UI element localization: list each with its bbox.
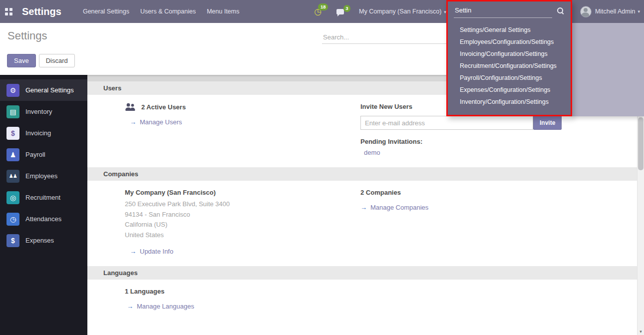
invite-email-input[interactable] [360,116,533,130]
sidebar-item-general-settings[interactable]: ⚙ General Settings [0,79,87,101]
apps-grid-square [5,12,8,15]
invite-button[interactable]: Invite [533,115,562,130]
company-address: 250 Executive Park Blvd, Suite 3400 9413… [125,199,360,240]
manage-users-link[interactable]: → Manage Users [125,118,182,126]
apps-grid-square [9,12,12,15]
activity-menu-button[interactable]: ◷ 18 [314,7,322,16]
pending-invitations-label: Pending Invitations: [360,138,618,145]
page-title: Settings [7,29,47,42]
languages-count: 1 Languages [125,288,360,295]
search-result-item[interactable]: Payroll/Configuration/Settings [448,72,571,84]
sidebar-item-attendances[interactable]: ◷ Attendances [0,208,87,230]
sidebar-item-label: Invoicing [25,129,51,137]
search-result-item[interactable]: Expenses/Configuration/Settings [448,84,571,96]
nav-item-menu-items[interactable]: Menu Items [201,5,245,18]
sidebar-item-invoicing[interactable]: $ Invoicing [0,122,87,144]
scrollbar-thumb[interactable] [638,117,644,170]
open-dropdown-panel [572,23,644,116]
apps-grid-square [5,8,8,11]
messages-menu-button[interactable]: 3 [336,9,344,14]
inventory-box-icon: ▤ [6,105,19,118]
sidebar-item-inventory[interactable]: ▤ Inventory [0,101,87,122]
nav-item-users-companies[interactable]: Users & Companies [135,5,201,18]
gear-icon: ⚙ [6,84,19,97]
sidebar-item-expenses[interactable]: $ Expenses [0,230,87,251]
sidebar-item-employees[interactable]: ♟♟ Employees [0,165,87,187]
arrow-right-icon: → [130,248,136,255]
sidebar-item-label: Recruitment [25,194,60,201]
company-name: My Company (San Francisco) [125,189,360,196]
arrow-right-icon: → [360,204,367,211]
active-users-block: 2 Active Users → Manage Users [125,103,360,156]
search-result-item[interactable]: Recruitment/Configuration/Settings [448,60,571,72]
manage-languages-link[interactable]: → Manage Languages [125,303,194,310]
search-icon [557,7,563,13]
settings-sidebar: ⚙ General Settings ▤ Inventory $ Invoici… [0,75,87,335]
navbar-menu: General Settings Users & Companies Menu … [77,5,245,18]
update-info-link[interactable]: → Update Info [125,248,173,255]
chevron-down-icon: ▾ [638,9,640,14]
pending-user-demo-link[interactable]: demo [360,149,380,156]
user-menu[interactable]: Mitchell Admin▾ [580,6,640,17]
app-title[interactable]: Settings [22,6,61,17]
users-group-icon [125,103,136,111]
invoice-dollar-icon: $ [6,127,19,140]
address-line: 250 Executive Park Blvd, Suite 3400 [125,199,360,210]
menu-search-input[interactable] [454,5,552,18]
sidebar-item-label: Inventory [25,108,52,115]
sidebar-item-label: Payroll [25,151,45,158]
payroll-person-icon: ♟ [6,148,19,161]
menu-search-dropdown: Settings/General Settings Employees/Conf… [446,0,572,116]
companies-section-title: Companies [87,167,638,181]
update-info-label: Update Info [140,248,173,255]
company-switcher-label: My Company (San Francisco) [359,8,441,15]
chat-bubble-icon [336,9,344,14]
user-name-label: Mitchell Admin [595,8,636,15]
employees-group-icon: ♟♟ [6,170,19,183]
manage-companies-label: Manage Companies [370,204,428,211]
arrow-right-icon: → [127,303,133,310]
sidebar-item-recruitment[interactable]: ◎ Recruitment [0,187,87,208]
manage-users-label: Manage Users [140,118,182,126]
search-result-item[interactable]: Inventory/Configuration/Settings [448,96,571,108]
manage-companies-link[interactable]: → Manage Companies [360,204,428,211]
odoo-settings-screen: Settings General Settings Users & Compan… [0,0,644,335]
message-count-badge: 3 [343,5,350,12]
address-line: 94134 - San Francisco [125,210,360,220]
sidebar-item-label: Attendances [25,215,61,223]
menu-search-row [448,1,571,18]
discard-button[interactable]: Discard [39,54,75,67]
search-result-item[interactable]: Settings/General Settings [448,24,571,36]
scrollbar-down-arrow-icon[interactable]: ▾ [638,328,644,335]
nav-item-general-settings[interactable]: General Settings [77,5,135,18]
attendance-clock-icon: ◷ [6,213,19,226]
sidebar-item-payroll[interactable]: ♟ Payroll [0,144,87,165]
search-result-item[interactable]: Employees/Configuration/Settings [448,36,571,48]
arrow-right-icon: → [130,118,136,126]
languages-section: Languages 1 Languages → Manage Languages [87,266,638,321]
search-result-item[interactable]: Invoicing/Configuration/Settings [448,48,571,60]
sidebar-item-label: Expenses [25,237,54,244]
companies-count: 2 Companies [360,189,618,196]
companies-count-block: 2 Companies → Manage Companies [360,189,618,255]
sidebar-item-label: General Settings [25,86,74,94]
companies-section: Companies My Company (San Francisco) 250… [87,167,638,266]
expense-dollar-icon: $ [6,234,19,247]
sidebar-item-label: Employees [25,172,57,180]
control-panel-buttons: Save Discard [7,54,75,67]
save-button[interactable]: Save [7,54,36,67]
apps-menu-icon[interactable] [5,8,12,15]
menu-search-results: Settings/General Settings Employees/Conf… [448,24,571,108]
avatar [580,6,592,17]
active-users-count: 2 Active Users [141,103,186,111]
languages-block: 1 Languages → Manage Languages [125,288,360,310]
apps-grid-square [9,8,12,11]
manage-languages-label: Manage Languages [137,303,194,310]
address-line: California (US) [125,220,360,230]
languages-section-title: Languages [87,266,638,280]
company-switcher[interactable]: My Company (San Francisco)▾ [359,8,446,15]
address-line: United States [125,230,360,241]
company-info-block: My Company (San Francisco) 250 Executive… [125,189,360,255]
activity-count-badge: 18 [318,3,328,10]
recruitment-magnifier-icon: ◎ [6,191,19,204]
